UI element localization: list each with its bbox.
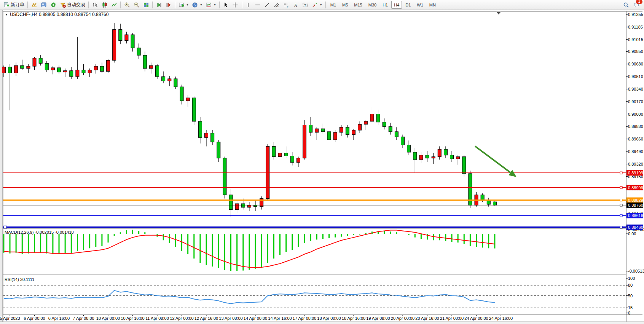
candle-body — [395, 132, 398, 137]
chevron-down-icon: ▼ — [186, 3, 189, 6]
crosshair-button[interactable] — [231, 0, 240, 9]
templates-button[interactable]: ▼ — [204, 0, 218, 9]
timeframe-button-d1[interactable]: D1 — [403, 1, 413, 9]
zoom-in-button[interactable] — [122, 0, 132, 9]
rsi-axis-tick: 0 — [628, 311, 630, 315]
macd-histogram-bar — [83, 234, 84, 250]
line-anchor-handle — [620, 204, 622, 206]
bar-chart-icon — [92, 2, 98, 8]
macd-histogram-bar — [206, 234, 207, 265]
line-price-label-text: 0.88618 — [628, 213, 643, 218]
price-chart-canvas[interactable]: 0.913550.911850.910150.908500.906800.905… — [0, 10, 644, 324]
candle-body — [370, 114, 374, 121]
candle-body — [383, 122, 386, 127]
timeframe-button-m1[interactable]: M1 — [328, 1, 339, 9]
market-watch-button[interactable] — [29, 0, 39, 9]
timeframe-button-mn[interactable]: MN — [427, 1, 438, 9]
macd-histogram-bar — [402, 234, 403, 234]
arrows-button[interactable]: ▼ — [310, 0, 324, 9]
timeframe-button-h4[interactable]: H4 — [391, 1, 402, 9]
candle-body — [180, 87, 183, 101]
candle-body — [51, 68, 54, 70]
new-order-button[interactable]: 新订单 — [2, 0, 26, 9]
periods-button[interactable]: ▼ — [190, 0, 204, 9]
candle-body — [254, 205, 257, 207]
time-axis-label: 11 Apr 08:00 — [145, 316, 169, 321]
terminal-button[interactable] — [48, 0, 58, 9]
candle-body — [137, 48, 140, 55]
candle-body — [21, 65, 24, 69]
time-axis-label: 10 Apr 00:00 — [96, 316, 120, 321]
candle-body — [113, 30, 116, 61]
notifications-button[interactable]: 1 — [631, 0, 641, 9]
time-axis-label: 24 Apr 16:00 — [489, 316, 513, 321]
auto-scroll-button[interactable] — [154, 0, 164, 9]
timeframe-button-m15[interactable]: M15 — [351, 1, 365, 9]
trendline-button[interactable] — [263, 0, 272, 9]
chart-shift-button[interactable] — [164, 0, 173, 9]
chevron-down-icon: ▼ — [320, 3, 322, 6]
timeframe-button-m30[interactable]: M30 — [366, 1, 379, 9]
timeframe-button-h1[interactable]: H1 — [380, 1, 391, 9]
channel-button[interactable]: E — [272, 0, 282, 9]
macd-histogram-bar — [445, 234, 446, 241]
vertical-line-button[interactable] — [244, 0, 253, 9]
time-axis-label: 19 Apr 08:00 — [366, 316, 390, 321]
cursor-button[interactable] — [221, 0, 231, 9]
candle-body — [162, 77, 165, 81]
macd-histogram-bar — [34, 234, 35, 253]
candlestick-chart-button[interactable] — [100, 0, 109, 9]
price-axis-tick: 0.91015 — [628, 37, 643, 42]
chevron-down-icon: ▼ — [200, 3, 202, 6]
candle-body — [156, 65, 159, 77]
macd-histogram-bar — [451, 234, 453, 242]
bar-chart-button[interactable] — [90, 0, 100, 9]
candle-body — [456, 156, 460, 159]
macd-histogram-bar — [457, 234, 459, 243]
text-label-button[interactable]: T — [301, 0, 310, 9]
macd-histogram-bar — [193, 234, 194, 259]
tile-windows-button[interactable] — [141, 0, 151, 9]
macd-histogram-bar — [65, 234, 66, 254]
time-axis-label: 13 Apr 08:00 — [219, 316, 242, 321]
macd-histogram-bar — [482, 234, 483, 247]
macd-histogram-bar — [181, 234, 182, 251]
crosshair-icon — [232, 2, 239, 8]
zoom-out-button[interactable] — [132, 0, 141, 9]
macd-axis-tick: 0.00 — [628, 231, 636, 236]
auto-trading-button[interactable]: 自动交易 — [58, 0, 87, 9]
time-axis-label: 24 Apr 00:00 — [464, 316, 488, 321]
rsi-axis-tick: 50 — [628, 294, 633, 298]
auto-trading-icon — [59, 2, 66, 8]
macd-histogram-bar — [187, 234, 188, 254]
indicators-button[interactable]: ▼ — [177, 0, 190, 9]
candle-body — [192, 98, 196, 121]
candle-body — [266, 146, 269, 198]
time-axis-label: 7 Apr 08:00 — [73, 316, 94, 321]
timeframe-button-w1[interactable]: W1 — [414, 1, 426, 9]
time-axis-label: 14 Apr 16:00 — [268, 316, 292, 321]
candle-body — [487, 200, 490, 204]
macd-histogram-bar — [328, 234, 330, 238]
macd-histogram-bar — [316, 234, 317, 239]
text-button[interactable]: A — [291, 0, 301, 9]
svg-text:E: E — [277, 5, 279, 8]
macd-histogram-bar — [89, 234, 90, 248]
fibonacci-button[interactable]: F — [282, 0, 291, 9]
timeframe-button-m5[interactable]: M5 — [340, 1, 351, 9]
macd-histogram-bar — [359, 234, 360, 235]
line-chart-button[interactable] — [109, 0, 119, 9]
collapse-chart-arrow-icon[interactable]: ▼ — [5, 13, 8, 16]
navigator-button[interactable] — [39, 0, 48, 9]
chart-symbol-title[interactable]: ▼ USDCHF-,H4 0.88805 0.88810 0.88754 0.8… — [5, 12, 108, 17]
candle-body — [340, 127, 343, 132]
search-button[interactable] — [621, 0, 631, 9]
zoom-out-icon — [133, 2, 140, 8]
candle-body — [364, 121, 368, 124]
candle-body — [241, 204, 245, 207]
main-toolbar: 新订单 自动交易 ▼ ▼ ▼ — [0, 0, 644, 10]
price-axis-tick: 0.90340 — [628, 87, 643, 91]
candle-body — [76, 70, 79, 77]
trendline-icon — [264, 2, 271, 8]
horizontal-line-button[interactable] — [253, 0, 263, 9]
